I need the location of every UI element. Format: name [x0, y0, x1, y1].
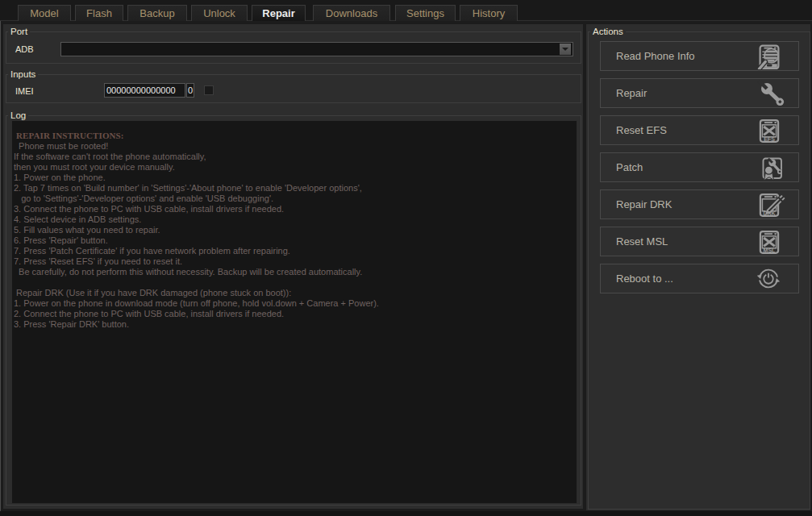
- svg-text:DRK: DRK: [763, 210, 775, 216]
- svg-text:EFS: EFS: [764, 136, 775, 142]
- svg-text:MSL: MSL: [764, 248, 777, 253]
